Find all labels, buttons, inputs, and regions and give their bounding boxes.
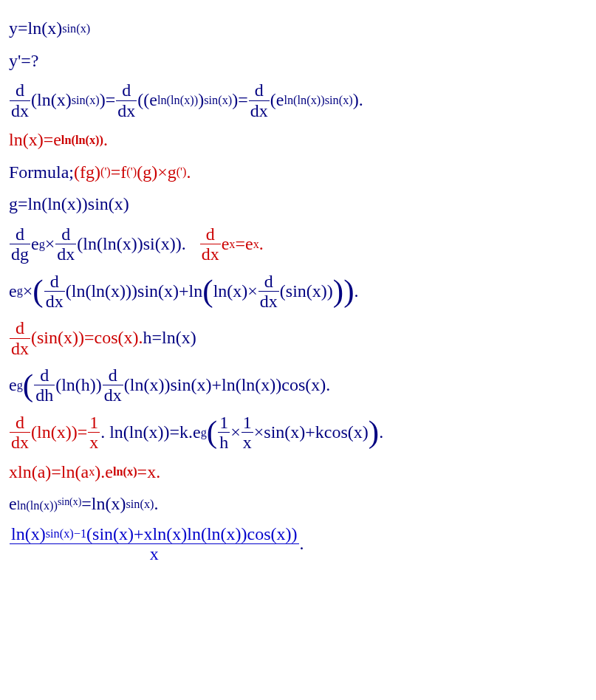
equation-line: Formula; (fg)(')=f(')(g)×g('). [9,160,587,185]
text: e [9,492,17,517]
fraction: d dx [258,272,279,312]
text: =f [111,160,127,185]
text: . [154,492,159,517]
text: (g)×g [137,160,177,185]
text: ((e [137,88,157,113]
paren-open: ( [207,418,217,447]
text: ln(x) [11,524,46,543]
equation-line: ln(x)=eln(ln(x)). [9,128,587,153]
math-text: (eln(ln(x))sin(x)). [270,88,363,113]
equation-line: d dg eg× d dx (ln(ln(x))si(x)). d dx ex=… [9,224,587,264]
math-text: (ln(h)) [55,373,102,398]
text: (fg) [74,160,100,185]
math-text: y'=? [9,49,39,74]
text: ln(x) [113,464,137,478]
numerator: d [10,80,30,100]
denominator: dx [10,101,30,120]
math-text: × [230,420,241,445]
math-text: xln(a)=ln(ax). [9,460,105,485]
math-text: ln(x)=e [9,128,61,153]
text: (ln(x))= [31,420,87,445]
numerator: d [258,272,279,292]
math-text: . [103,128,108,153]
denominator: dx [249,101,270,120]
math-text: . [379,420,383,445]
text: ) [198,88,204,113]
denominator: dx [10,433,30,452]
math-text: ln(x)× [213,279,258,304]
text: e [222,232,230,257]
paren-open: ( [23,371,33,400]
fraction: d dx [116,80,137,120]
equation-line: eg× ( d dx (ln(ln(x)))sin(x)+ln ( ln(x)×… [9,272,587,312]
math-text: . [354,279,359,304]
text: =x. [137,460,161,485]
fraction: d dx [249,80,270,120]
denominator: x [88,433,100,452]
math-text: d dx (sin(x))=cos(x). [9,318,143,358]
math-text: g=ln(ln(x))sin(x) [9,192,129,217]
numerator: d [10,413,30,433]
denominator: h [218,433,230,452]
numerator: d [55,224,76,244]
paren-close: ) [333,277,343,306]
math-text: eg [9,373,23,398]
numerator: 1 [88,413,100,433]
denominator: dx [44,292,65,311]
math-text: (ln(x))sin(x)+ln(ln(x))cos(x). [124,373,330,398]
numerator: d [10,318,30,338]
numerator: d [44,272,65,292]
text: xln(a)=ln(a [9,460,89,485]
math-text: (ln(ln(x)))sin(x)+ln [66,279,202,304]
text: e [105,460,113,485]
text: × [23,279,33,304]
paren-open: ( [32,277,43,306]
text: . [259,232,264,257]
math-text: eln(x)=x. [105,460,160,485]
text: ln(ln(x)) [61,133,103,147]
math-text: eln(ln(x))sin(x)=ln(x)sin(x). [9,492,159,517]
math-sup: ln(ln(x))sin(x) [17,502,82,506]
math-text: y=ln(x) [9,16,62,41]
numerator: d [200,224,221,244]
equation-line: y=ln(x)sin(x) [9,16,587,41]
numerator: d [10,224,30,244]
equation-line: xln(a)=ln(ax). eln(x)=x. [9,460,587,485]
text: )= [100,88,116,113]
paren-close: ) [343,277,354,306]
text: (ln(x) [31,88,72,113]
math-text: . [300,532,304,557]
denominator: dx [10,339,30,358]
equation-line: d dx (sin(x))=cos(x). h=ln(x) [9,318,587,358]
fraction: d dx [10,413,30,453]
text: e [193,420,201,445]
fraction: d dx [10,318,30,358]
numerator: 1 [218,413,230,433]
equation-line: g=ln(ln(x))sin(x) [9,192,587,217]
numerator: ln(x)sin(x)−1(sin(x)+xln(x)ln(ln(x))cos(… [10,524,299,544]
math-sup: sin(x) [58,496,81,507]
math-text: d dx ex=ex. [199,224,264,264]
equation-line: d dx (ln(x))= 1 x . ln(ln(x))=k. eg ( 1 … [9,413,587,453]
math-text: (ln(x)sin(x))= [31,88,115,113]
text: e [9,373,17,398]
denominator: dg [10,244,30,264]
denominator: dx [55,244,76,264]
numerator: d [116,80,137,100]
denominator: dx [258,292,279,311]
math-text: eg× [31,232,55,257]
paren-close: ) [369,418,379,447]
fraction: ln(x)sin(x)−1(sin(x)+xln(x)ln(ln(x))cos(… [10,524,299,564]
fraction: d dg [10,224,30,264]
text: (e [270,88,284,113]
math-text: (sin(x)) [280,279,333,304]
fraction: d dx [55,224,76,264]
denominator: dx [103,385,123,405]
fraction: 1 h [218,413,230,453]
equation-line: eln(ln(x))sin(x)=ln(x)sin(x). [9,492,587,517]
text: . [186,160,191,185]
denominator: x [242,433,253,452]
math-text: . ln(ln(x))=k. [100,420,193,445]
numerator: d [103,366,123,385]
equation-line: d dx (ln(x)sin(x))= d dx ((eln(ln(x)))si… [9,80,587,120]
